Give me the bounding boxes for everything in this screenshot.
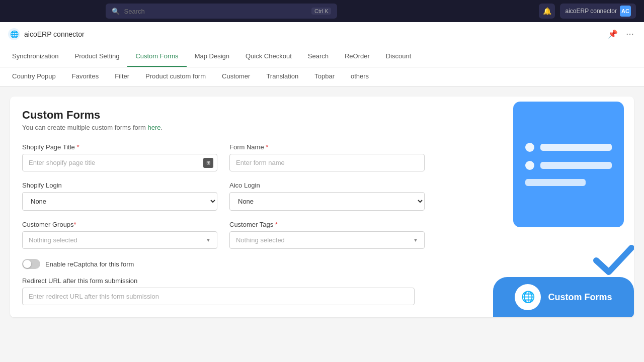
search-icon: 🔍: [112, 8, 120, 15]
aico-login-select[interactable]: None: [229, 192, 425, 211]
app-logo: 🌐: [8, 28, 20, 40]
toggle-knob: [23, 260, 31, 268]
subtab-customer[interactable]: Customer: [214, 67, 258, 86]
customer-groups-multiselect[interactable]: Nothing selected ▼: [22, 231, 217, 249]
topbar: 🔍 Ctrl K 🔔 aicoERP connector AC: [0, 0, 644, 22]
recaptcha-row: Enable reCaptcha for this form: [22, 259, 435, 269]
subtab-translation[interactable]: Translation: [258, 67, 306, 86]
customer-tags-value: Nothing selected: [236, 236, 285, 244]
customer-tags-group: Customer Tags * Nothing selected ▼: [229, 221, 425, 249]
here-link[interactable]: here: [148, 124, 161, 131]
checkmark-svg: [591, 243, 634, 278]
illus-dot-1: [525, 143, 534, 152]
subtab-product-custom-form[interactable]: Product custom form: [137, 67, 214, 86]
pin-button[interactable]: 📌: [606, 27, 620, 41]
subtab-others[interactable]: others: [343, 67, 377, 86]
subtab-favorites[interactable]: Favorites: [64, 67, 107, 86]
redirect-url-label: Redirect URL after this form submission: [22, 277, 435, 285]
required-star: *: [76, 143, 79, 151]
illustration-badge: 🌐 Custom Forms: [493, 277, 634, 317]
form-area: Shopify Page Title * ⊞ Form Name *: [22, 143, 435, 305]
custom-forms-card: Custom Forms You can create multiple cus…: [10, 97, 634, 317]
illus-line-2: [540, 162, 612, 169]
chevron-down-icon-2: ▼: [413, 237, 418, 243]
search-input[interactable]: [124, 8, 307, 15]
shopify-page-title-label: Shopify Page Title *: [22, 143, 217, 151]
customer-groups-label: Customer Groups*: [22, 221, 217, 228]
customer-groups-value: Nothing selected: [29, 236, 77, 244]
form-name-input[interactable]: [229, 154, 425, 171]
redirect-url-input[interactable]: [22, 288, 415, 305]
customer-tags-label: Customer Tags *: [229, 221, 425, 228]
card-title-section: Custom Forms You can create multiple cus…: [22, 109, 163, 131]
illus-line-1: [540, 144, 612, 151]
avatar: AC: [620, 6, 631, 17]
required-star-3: *: [74, 221, 76, 228]
search-bar[interactable]: 🔍 Ctrl K: [106, 4, 337, 19]
required-star-2: *: [266, 143, 268, 151]
required-star-4: *: [275, 221, 278, 228]
user-name: aicoERP connector: [565, 8, 617, 15]
form-name-label: Form Name *: [229, 143, 425, 151]
illus-line-3: [525, 179, 586, 186]
tab-map-design[interactable]: Map Design: [187, 46, 237, 67]
shopify-login-label: Shopify Login: [22, 182, 217, 189]
page-title-wrapper: ⊞: [22, 154, 217, 171]
illus-row-2: [525, 161, 612, 170]
shopify-login-select[interactable]: None: [22, 192, 217, 211]
tab-custom-forms[interactable]: Custom Forms: [127, 46, 186, 67]
recaptcha-toggle[interactable]: [22, 259, 40, 269]
search-shortcut: Ctrl K: [311, 8, 332, 15]
main-content: Custom Forms You can create multiple cus…: [0, 86, 644, 327]
tab-synchronization[interactable]: Synchronization: [4, 46, 67, 67]
notification-button[interactable]: 🔔: [539, 4, 555, 19]
customer-groups-group: Customer Groups* Nothing selected ▼: [22, 221, 217, 249]
shopify-page-title-group: Shopify Page Title * ⊞: [22, 143, 217, 171]
aico-login-label: Aico Login: [229, 182, 425, 189]
card-title: Custom Forms: [22, 109, 163, 122]
shopify-page-title-input[interactable]: [22, 154, 217, 171]
shopify-login-group: Shopify Login None: [22, 182, 217, 211]
recaptcha-label: Enable reCaptcha for this form: [45, 260, 134, 268]
app-header: 🌐 aicoERP connector 📌 ⋯: [0, 22, 644, 46]
redirect-url-group: Redirect URL after this form submission: [22, 277, 435, 305]
card-subtitle: You can create multiple custom forms for…: [22, 124, 163, 131]
form-row-2: Shopify Login None Aico Login None: [22, 182, 425, 211]
illus-dot-2: [525, 161, 534, 170]
subtab-country-popup[interactable]: Country Popup: [4, 67, 64, 86]
illus-row-1: [525, 143, 612, 152]
main-tabs: Synchronization Product Setting Custom F…: [0, 46, 644, 67]
topbar-right: 🔔 aicoERP connector AC: [539, 4, 636, 19]
form-row-1: Shopify Page Title * ⊞ Form Name *: [22, 143, 425, 171]
app-name: aicoERP connector: [24, 30, 85, 38]
subtab-filter[interactable]: Filter: [107, 67, 137, 86]
add-custom-form-button[interactable]: + Add Custom Form: [537, 109, 622, 129]
tab-reorder[interactable]: ReOrder: [337, 46, 378, 67]
card-header: Custom Forms You can create multiple cus…: [22, 109, 622, 131]
chevron-down-icon: ▼: [206, 237, 211, 243]
badge-icon: 🌐: [515, 284, 541, 310]
tab-search[interactable]: Search: [300, 46, 337, 67]
app-header-actions: 📌 ⋯: [606, 27, 636, 41]
illustration-checkmark: [591, 243, 634, 280]
page-title-icon: ⊞: [203, 158, 213, 168]
aico-login-group: Aico Login None: [229, 182, 425, 211]
tab-product-setting[interactable]: Product Setting: [67, 46, 128, 67]
tab-discount[interactable]: Discount: [378, 46, 420, 67]
form-row-3: Customer Groups* Nothing selected ▼ Cust…: [22, 221, 425, 249]
sub-tabs: Country Popup Favorites Filter Product c…: [0, 67, 644, 86]
form-name-group: Form Name *: [229, 143, 425, 171]
tab-quick-checkout[interactable]: Quick Checkout: [237, 46, 300, 67]
user-badge: aicoERP connector AC: [560, 4, 636, 19]
badge-text: Custom Forms: [548, 292, 612, 303]
subtab-topbar[interactable]: Topbar: [306, 67, 343, 86]
customer-tags-multiselect[interactable]: Nothing selected ▼: [229, 231, 425, 249]
more-button[interactable]: ⋯: [624, 27, 636, 41]
